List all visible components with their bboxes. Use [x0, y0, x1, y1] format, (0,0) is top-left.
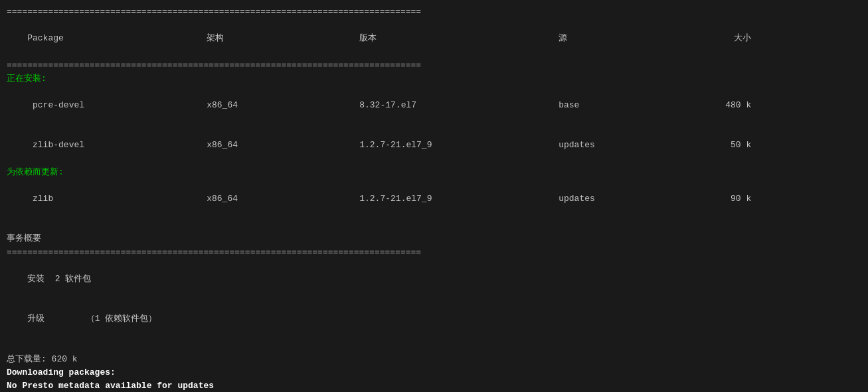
pkg1-arch: x86_64: [207, 99, 359, 112]
col-package-header: Package: [27, 32, 207, 45]
pkg3-row: zlibx86_641.2.7-21.el7_9updates90 k: [7, 179, 861, 219]
terminal: ========================================…: [0, 0, 868, 392]
pkg2-src: updates: [559, 139, 698, 152]
header-row: Package架构版本源大小: [7, 19, 861, 58]
col-source-header: 源: [559, 32, 698, 45]
pkg1-name: pcre-devel: [27, 99, 207, 112]
pkg3-src: updates: [559, 192, 698, 206]
pkg3-name: zlib: [27, 192, 207, 206]
pkg2-size: 50 k: [698, 139, 751, 152]
upgrade-label: 升级: [27, 314, 44, 324]
blank2: [7, 340, 861, 353]
pkg2-name: zlib-devel: [27, 139, 207, 152]
pkg1-row: pcre-develx86_648.32-17.el7base480 k: [7, 86, 861, 125]
no-presto-line: No Presto metadata available for updates: [7, 379, 861, 392]
pkg2-row: zlib-develx86_641.2.7-21.el7_9updates50 …: [7, 125, 861, 165]
pkg3-ver: 1.2.7-21.el7_9: [359, 192, 559, 206]
blank1: [7, 219, 861, 232]
install-label: 安装: [27, 274, 44, 284]
upgrade-line: 升级 （1 依赖软件包）: [7, 299, 861, 339]
total-download-line: 总下载量: 620 k: [7, 353, 861, 366]
separator-top: ========================================…: [7, 5, 861, 19]
upgrade-detail: （1 依赖软件包）: [44, 314, 157, 324]
separator-header: ========================================…: [7, 59, 861, 72]
separator-summary: ========================================…: [7, 246, 861, 259]
pkg1-size: 480 k: [698, 99, 751, 112]
pkg1-ver: 8.32-17.el7: [359, 99, 559, 112]
downloading-line: Downloading packages:: [7, 366, 861, 379]
section-installing: 正在安装:: [7, 72, 861, 86]
pkg2-ver: 1.2.7-21.el7_9: [359, 139, 559, 152]
pkg2-arch: x86_64: [207, 139, 359, 152]
pkg3-size: 90 k: [698, 192, 751, 206]
col-version-header: 版本: [359, 32, 559, 45]
install-line: 安装 2 软件包: [7, 259, 861, 299]
col-size-header: 大小: [698, 32, 751, 45]
col-arch-header: 架构: [207, 32, 359, 45]
install-count: 2 软件包: [44, 274, 91, 284]
summary-title: 事务概要: [7, 232, 861, 245]
section-upgrading: 为依赖而更新:: [7, 166, 861, 179]
pkg1-src: base: [559, 99, 698, 112]
pkg3-arch: x86_64: [207, 192, 359, 206]
